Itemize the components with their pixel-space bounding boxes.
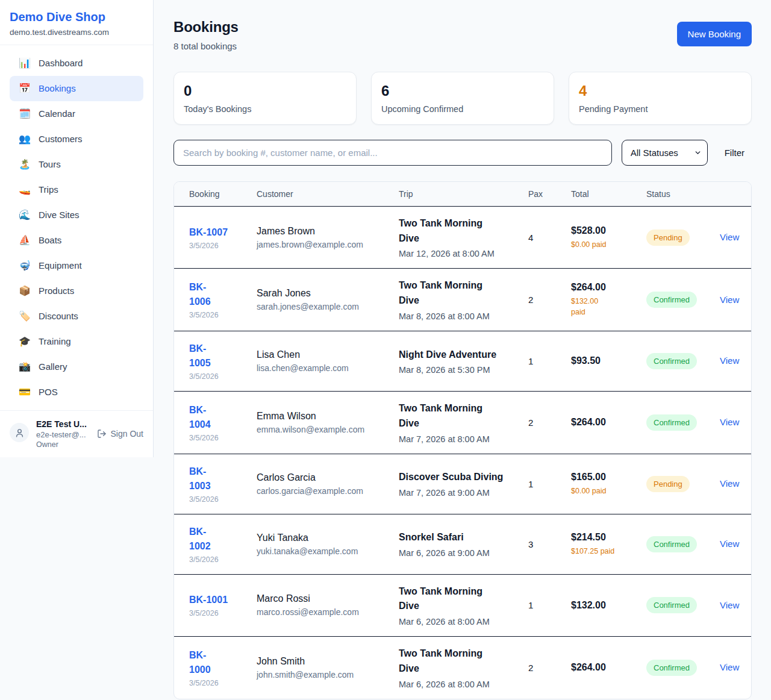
table-row: BK-1007 3/5/2026 James Brown james.brown… [174, 207, 751, 269]
view-link[interactable]: View [720, 478, 739, 489]
stat-value: 6 [381, 83, 544, 100]
sidebar-item-calendar[interactable]: 🗓️ Calendar [10, 101, 143, 127]
total-amount: $264.00 [571, 662, 646, 673]
customer-name: Marco Rossi [257, 593, 399, 604]
sidebar-item-label: Discounts [39, 310, 78, 322]
pax-count: 2 [528, 663, 571, 673]
total-amount: $528.00 [571, 225, 646, 236]
status-badge: Confirmed [646, 660, 697, 676]
stat-label: Pending Payment [579, 104, 741, 114]
sidebar-item-training[interactable]: 🎓 Training [10, 329, 143, 354]
pax-count: 2 [528, 417, 571, 428]
paid-amount: $107.25 paid [571, 546, 646, 557]
sidebar-item-dive-sites[interactable]: 🌊 Dive Sites [10, 202, 143, 228]
trip-name: Two Tank Morning Dive [399, 216, 505, 246]
booking-id-link[interactable]: BK-1001 [189, 593, 257, 607]
status-badge: Confirmed [646, 414, 697, 431]
status-badge: Confirmed [646, 292, 697, 308]
avatar [10, 423, 29, 442]
booking-id-link[interactable]: BK-1005 [189, 342, 217, 370]
view-link[interactable]: View [720, 232, 739, 242]
sidebar-item-trips[interactable]: 🚤 Trips [10, 177, 143, 202]
trip-datetime: Mar 12, 2026 at 8:00 AM [399, 249, 528, 258]
filter-button[interactable]: Filter [717, 143, 752, 163]
stat-label: Upcoming Confirmed [381, 104, 544, 114]
pax-count: 1 [528, 479, 571, 489]
column-header-status: Status [646, 189, 720, 199]
camera-icon: 📸 [19, 361, 31, 373]
trip-datetime: Mar 6, 2026 at 9:00 AM [399, 548, 528, 558]
customer-name: Yuki Tanaka [257, 533, 399, 543]
booking-id-link[interactable]: BK-1004 [189, 403, 217, 432]
view-link[interactable]: View [720, 417, 739, 427]
page-subtitle: 8 total bookings [173, 41, 239, 51]
brand-block: Demo Dive Shop demo.test.divestreams.com [0, 0, 153, 45]
sidebar-item-bookings[interactable]: 📅 Bookings [10, 76, 143, 101]
people-icon: 👥 [19, 133, 31, 145]
booking-id-link[interactable]: BK-1006 [189, 280, 217, 309]
sidebar-item-label: Tours [39, 158, 61, 170]
paid-amount: $132.00 paid [571, 296, 610, 317]
view-link[interactable]: View [720, 662, 739, 672]
trip-datetime: Mar 6, 2026 at 8:00 AM [399, 617, 528, 627]
table-body: BK-1007 3/5/2026 James Brown james.brown… [174, 207, 751, 699]
sidebar-item-label: Customers [39, 133, 83, 145]
brand-domain: demo.test.divestreams.com [10, 28, 143, 37]
user-info: E2E Test U... e2e-tester@... Owner [36, 419, 90, 449]
table-row: BK-1000 3/5/2026 John Smith john.smith@e… [174, 637, 751, 699]
trip-name: Night Dive Adventure [399, 348, 505, 363]
status-badge: Confirmed [646, 597, 697, 613]
sidebar-footer: E2E Test U... e2e-tester@... Owner Sign … [0, 410, 153, 457]
booking-id-link[interactable]: BK-1003 [189, 464, 217, 493]
credit-card-icon: 💳 [19, 386, 31, 398]
booking-date: 3/5/2026 [189, 495, 257, 504]
total-amount: $214.50 [571, 532, 646, 543]
sidebar-item-label: Dive Sites [39, 209, 80, 221]
graduation-cap-icon: 🎓 [19, 336, 31, 348]
view-link[interactable]: View [720, 355, 739, 366]
diving-mask-icon: 🤿 [19, 260, 31, 272]
booking-date: 3/5/2026 [189, 311, 257, 319]
table-row: BK-1004 3/5/2026 Emma Wilson emma.wilson… [174, 392, 751, 454]
table-row: BK-1005 3/5/2026 Lisa Chen lisa.chen@exa… [174, 331, 751, 392]
customer-email: lisa.chen@example.com [257, 363, 399, 373]
calendar-bookings-icon: 📅 [19, 83, 31, 95]
view-link[interactable]: View [720, 295, 739, 305]
sidebar-item-customers[interactable]: 👥 Customers [10, 127, 143, 152]
sidebar-item-boats[interactable]: ⛵ Boats [10, 228, 143, 253]
booking-date: 3/5/2026 [189, 434, 257, 442]
logout-icon [97, 429, 107, 439]
sidebar-item-equipment[interactable]: 🤿 Equipment [10, 253, 143, 278]
customer-name: Sarah Jones [257, 288, 399, 299]
booking-id-link[interactable]: BK-1007 [189, 225, 257, 240]
status-select[interactable]: All Statuses [622, 140, 708, 166]
total-amount: $264.00 [571, 417, 646, 428]
sidebar-item-discounts[interactable]: 🏷️ Discounts [10, 304, 143, 329]
total-amount: $93.50 [571, 355, 646, 366]
total-amount: $264.00 [571, 282, 646, 293]
trip-name: Two Tank Morning Dive [399, 278, 505, 308]
sidebar-item-tours[interactable]: 🏝️ Tours [10, 152, 143, 177]
customer-email: yuki.tanaka@example.com [257, 546, 399, 556]
view-link[interactable]: View [720, 539, 739, 549]
sidebar-item-pos[interactable]: 💳 POS [10, 380, 143, 405]
sign-out-button[interactable]: Sign Out [97, 429, 143, 439]
booking-id-link[interactable]: BK-1002 [189, 525, 217, 554]
view-link[interactable]: View [720, 600, 739, 610]
sidebar-item-products[interactable]: 📦 Products [10, 278, 143, 304]
new-booking-button[interactable]: New Booking [677, 22, 752, 46]
stat-card: 6 Upcoming Confirmed [371, 72, 554, 125]
customer-name: Lisa Chen [257, 349, 399, 360]
sidebar-item-dashboard[interactable]: 📊 Dashboard [10, 51, 143, 76]
status-badge: Pending [646, 476, 690, 492]
customer-email: john.smith@example.com [257, 670, 399, 680]
search-input[interactable] [173, 140, 612, 166]
user-name: E2E Test U... [36, 419, 90, 429]
column-header-booking: Booking [189, 189, 257, 199]
column-header-total: Total [571, 189, 646, 199]
wave-icon: 🌊 [19, 209, 31, 221]
booking-id-link[interactable]: BK-1000 [189, 648, 217, 677]
stat-label: Today's Bookings [184, 104, 346, 114]
sidebar-item-gallery[interactable]: 📸 Gallery [10, 354, 143, 380]
customer-email: james.brown@example.com [257, 240, 399, 249]
